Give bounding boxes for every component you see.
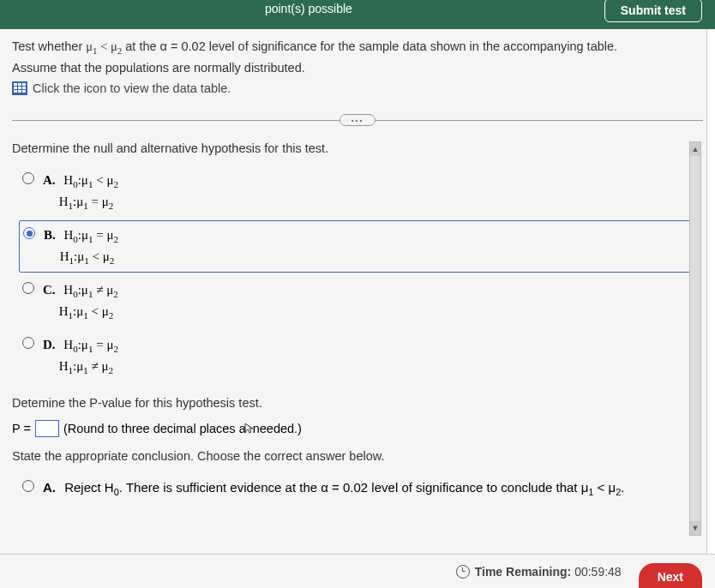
conclusion-a-content: A. Reject H0. There is sufficient eviden… — [43, 478, 625, 500]
cursor-icon — [243, 422, 255, 435]
part3-instruction: State the appropriate conclusion. Choose… — [12, 449, 682, 463]
radio-b[interactable] — [23, 227, 35, 239]
svg-rect-9 — [22, 90, 26, 93]
svg-rect-6 — [22, 87, 26, 89]
p-value-input[interactable] — [35, 420, 59, 437]
option-b[interactable]: B. H0:μ1 = μ2 H1:μ1 < μ2 — [19, 220, 699, 273]
question-assumption: Assume that the populations are normally… — [12, 59, 703, 78]
clock-icon — [456, 565, 470, 579]
table-icon — [12, 81, 27, 95]
svg-rect-3 — [22, 83, 26, 86]
divider-handle-icon[interactable]: ••• — [339, 114, 376, 126]
svg-rect-1 — [14, 83, 17, 86]
submit-test-button[interactable]: Submit test — [604, 0, 702, 22]
p-equals-label: P = — [12, 422, 31, 435]
radio-d[interactable] — [22, 337, 34, 349]
question-panel: Test whether μ1 < μ2 at the α = 0.02 lev… — [0, 29, 715, 554]
side-strip — [706, 29, 715, 554]
option-d[interactable]: D. H0:μ1 = μ2 H1:μ1 ≠ μ2 — [19, 330, 682, 382]
option-d-content: D. H0:μ1 = μ2 H1:μ1 ≠ μ2 — [43, 335, 118, 377]
question-statement: Test whether μ1 < μ2 at the α = 0.02 lev… — [12, 38, 703, 57]
svg-rect-8 — [18, 90, 21, 93]
data-table-link[interactable]: Click the icon to view the data table. — [12, 81, 703, 95]
svg-rect-4 — [14, 87, 17, 89]
option-b-content: B. H0:μ1 = μ2 H1:μ1 < μ2 — [44, 225, 118, 267]
section-divider: ••• — [12, 114, 703, 126]
radio-a[interactable] — [22, 172, 34, 184]
conclusion-radio-a[interactable] — [22, 480, 34, 492]
top-bar: point(s) possible Submit test — [0, 0, 715, 29]
svg-rect-5 — [18, 87, 21, 89]
scroll-up-button[interactable]: ▲ — [690, 142, 700, 156]
answer-scroll-area: Determine the null and alternative hypot… — [12, 141, 703, 536]
option-a-content: A. H0:μ1 < μ2 H1:μ1 = μ2 — [43, 171, 118, 213]
conclusion-option-a[interactable]: A. Reject H0. There is sufficient eviden… — [19, 473, 682, 505]
scrollbar[interactable]: ▲ ▼ — [689, 141, 701, 536]
bottom-bar: Time Remaining: 00:59:48 Next — [0, 554, 715, 588]
svg-rect-7 — [14, 90, 17, 93]
timer-value: 00:59:48 — [574, 565, 622, 579]
option-c[interactable]: C. H0:μ1 ≠ μ2 H1:μ1 < μ2 — [19, 275, 682, 327]
data-table-link-text: Click the icon to view the data table. — [33, 81, 231, 95]
option-c-content: C. H0:μ1 ≠ μ2 H1:μ1 < μ2 — [43, 280, 118, 322]
p-value-row: P = (Round to three decimal places aneed… — [12, 420, 682, 437]
p-value-hint: (Round to three decimal places aneeded.) — [63, 422, 302, 435]
scroll-down-button[interactable]: ▼ — [690, 521, 700, 535]
part2-instruction: Detemine the P-value for this hypothesis… — [12, 396, 682, 410]
points-possible-label: point(s) possible — [13, 0, 604, 15]
next-button[interactable]: Next — [639, 563, 702, 589]
option-a[interactable]: A. H0:μ1 < μ2 H1:μ1 = μ2 — [19, 165, 682, 218]
svg-rect-2 — [18, 83, 21, 86]
timer: Time Remaining: 00:59:48 — [456, 565, 622, 579]
radio-c[interactable] — [22, 282, 34, 294]
timer-label: Time Remaining: — [475, 565, 572, 579]
part1-instruction: Determine the null and alternative hypot… — [12, 141, 682, 155]
hypothesis-options: A. H0:μ1 < μ2 H1:μ1 = μ2 B. H0:μ1 = μ2 H… — [19, 165, 682, 382]
